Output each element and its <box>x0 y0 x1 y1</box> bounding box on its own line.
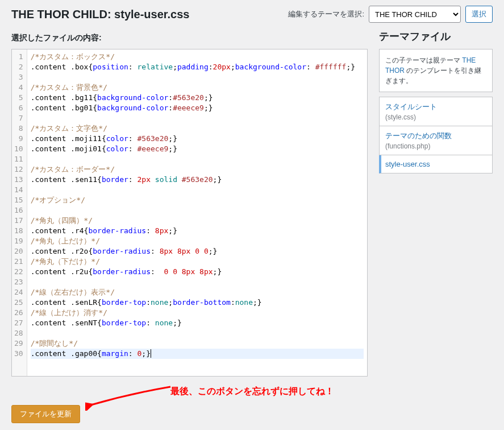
content-subheader: 選択したファイルの内容: <box>11 33 368 43</box>
sidebar-title: テーマファイル <box>379 30 493 43</box>
file-subname: (style.css) <box>385 113 486 121</box>
theme-select-label: 編集するテーマを選択: <box>288 9 364 19</box>
theme-notice: この子テーマは親テーマ THE THOR のテンプレートを引き継ぎます。 <box>379 49 493 92</box>
file-link[interactable]: スタイルシート <box>385 102 486 112</box>
select-theme-button[interactable]: 選択 <box>465 6 493 23</box>
code-editor[interactable]: 1234567891011121314151617181920212223242… <box>11 49 368 377</box>
line-gutter: 1234567891011121314151617181920212223242… <box>12 49 27 376</box>
theme-selector: 編集するテーマを選択: THE THOR CHILD 選択 <box>288 6 493 23</box>
file-list-item[interactable]: テーマのための関数(functions.php) <box>379 126 493 155</box>
file-link[interactable]: style-user.css <box>385 160 486 168</box>
file-subname: (functions.php) <box>385 142 486 150</box>
page-title: THE THOR CHILD: style-user.css <box>11 8 189 21</box>
annotation-text: 最後、このボタンを忘れずに押してね！ <box>170 386 334 398</box>
file-link[interactable]: テーマのための関数 <box>385 131 486 141</box>
code-lines[interactable]: /*カスタム：ボックス*/.content .box{position: rel… <box>27 49 367 376</box>
theme-select[interactable]: THE THOR CHILD <box>369 6 461 23</box>
arrow-icon <box>85 382 176 411</box>
update-file-button[interactable]: ファイルを更新 <box>11 405 80 423</box>
file-list-item[interactable]: style-user.css <box>379 155 493 173</box>
file-list: スタイルシート(style.css)テーマのための関数(functions.ph… <box>379 97 493 173</box>
file-list-item[interactable]: スタイルシート(style.css) <box>379 97 493 126</box>
